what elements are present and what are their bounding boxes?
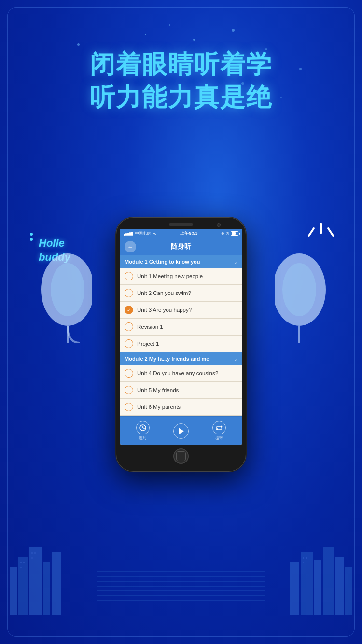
headline: 闭着眼睛听着学 听力能力真是绝 — [0, 48, 362, 113]
headline-line1: 闭着眼睛听着学 — [0, 48, 362, 81]
item-checkbox[interactable] — [125, 272, 133, 280]
phone-device: 中国电信 ∿ 上午9:53 ⊕ ◷ ← 随身听 — [116, 217, 246, 472]
section1-title: Module 1 Getting to know you — [125, 259, 200, 265]
chevron-up-icon: ⌄ — [234, 259, 237, 265]
bottom-pattern — [97, 567, 265, 605]
timer-label: 定时 — [139, 435, 147, 441]
clock-svg — [139, 424, 146, 431]
back-arrow-icon: ← — [127, 243, 134, 251]
item-label: Unit 2 Can you swim? — [137, 290, 191, 296]
nav-bar: ← 随身听 — [120, 238, 242, 255]
loop-button[interactable]: 循环 — [212, 421, 226, 441]
item-label: Unit 1 Meeting new people — [137, 273, 203, 279]
signal-bars — [124, 232, 133, 236]
headline-line2: 听力能力真是绝 — [0, 81, 362, 114]
svg-point-1 — [51, 263, 84, 316]
item-checkbox[interactable] — [125, 322, 133, 331]
section1-header[interactable]: Module 1 Getting to know you ⌄ — [120, 255, 242, 268]
list-item[interactable]: Project 1 — [120, 336, 242, 352]
back-button[interactable]: ← — [125, 241, 136, 252]
wifi-icon: ∿ — [153, 231, 157, 236]
status-right: ⊕ ◷ — [221, 231, 238, 236]
loop-icon[interactable] — [212, 421, 226, 434]
home-button-inner — [176, 451, 186, 461]
list-item[interactable]: Unit 6 My parents — [120, 399, 242, 416]
holle-dot-1 — [30, 233, 33, 236]
list-item[interactable]: Unit 1 Meeting new people — [120, 268, 242, 285]
location-icon: ⊕ — [221, 231, 224, 236]
carrier-name: 中国电信 — [135, 231, 151, 236]
svg-line-7 — [328, 228, 333, 236]
phone-screen: 中国电信 ∿ 上午9:53 ⊕ ◷ ← 随身听 — [120, 229, 242, 445]
status-time: 上午9:53 — [180, 230, 197, 237]
chevron-up-icon-2: ⌄ — [234, 356, 237, 362]
player-bar: 定时 — [120, 417, 242, 445]
item-checkbox[interactable] — [125, 339, 133, 348]
svg-line-8 — [309, 228, 314, 236]
list-item[interactable]: Unit 5 My friends — [120, 382, 242, 399]
list-container: Module 1 Getting to know you ⌄ Unit 1 Me… — [120, 255, 242, 416]
svg-line-11 — [143, 428, 144, 429]
loop-svg — [216, 424, 223, 431]
item-label: Unit 6 My parents — [137, 404, 181, 410]
timer-button[interactable]: 定时 — [136, 421, 150, 441]
deco-marks-right — [306, 221, 335, 260]
timer-icon[interactable] — [136, 421, 150, 434]
item-label: Project 1 — [137, 341, 159, 347]
phone-body: 中国电信 ∿ 上午9:53 ⊕ ◷ ← 随身听 — [116, 217, 246, 472]
item-label: Unit 4 Do you have any cousins? — [137, 370, 218, 376]
section2-header[interactable]: Module 2 My fa...y friends and me ⌄ — [120, 352, 242, 365]
item-label: Unit 5 My friends — [137, 387, 179, 393]
item-checkbox-checked[interactable] — [125, 306, 133, 314]
loop-label: 循环 — [215, 435, 223, 441]
item-checkbox[interactable] — [125, 289, 133, 297]
list-item[interactable]: Unit 3 Are you happy? — [120, 302, 242, 319]
play-svg — [178, 427, 184, 435]
headphone-left — [29, 237, 92, 343]
status-left: 中国电信 ∿ — [124, 231, 157, 236]
svg-marker-12 — [179, 428, 184, 434]
status-bar: 中国电信 ∿ 上午9:53 ⊕ ◷ — [120, 229, 242, 238]
alarm-icon: ◷ — [226, 231, 229, 236]
battery-fill — [232, 232, 236, 235]
phone-top — [120, 223, 242, 226]
item-checkbox[interactable] — [125, 369, 133, 378]
play-button[interactable] — [173, 423, 189, 439]
battery-indicator — [231, 231, 238, 236]
item-checkbox[interactable] — [125, 386, 133, 394]
phone-camera — [217, 223, 221, 227]
play-icon[interactable] — [173, 423, 189, 439]
nav-title: 随身听 — [136, 242, 226, 251]
list-item[interactable]: Unit 2 Can you swim? — [120, 285, 242, 302]
list-item[interactable]: Unit 4 Do you have any cousins? — [120, 365, 242, 382]
item-checkbox[interactable] — [125, 403, 133, 411]
phone-speaker — [169, 223, 193, 226]
item-label: Unit 3 Are you happy? — [137, 307, 192, 313]
section2-title: Module 2 My fa...y friends and me — [125, 356, 209, 362]
item-label: Revision 1 — [137, 324, 163, 330]
home-button[interactable] — [173, 448, 189, 464]
list-item[interactable]: Revision 1 — [120, 319, 242, 336]
svg-point-4 — [282, 263, 316, 316]
